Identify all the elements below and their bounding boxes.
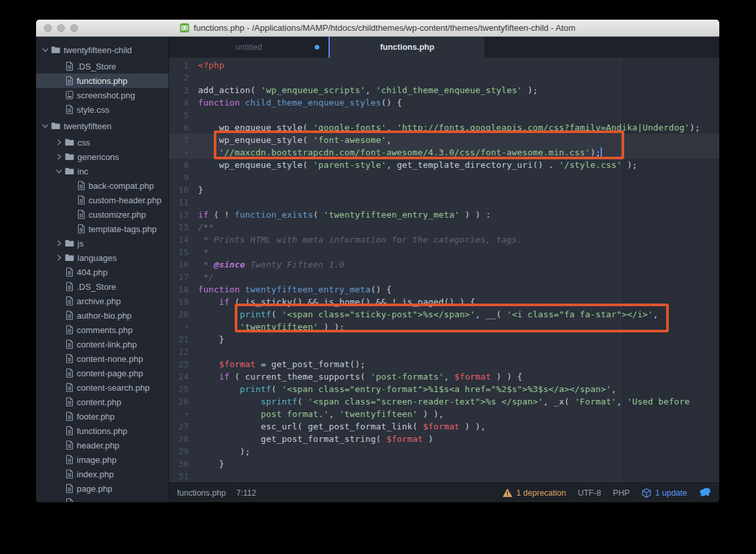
code-line-12[interactable]: 12if ( ! function_exists( 'twentyfifteen…	[169, 208, 719, 221]
chevron-down-icon[interactable]	[41, 122, 49, 130]
tree-folder-inc[interactable]: inc	[36, 164, 169, 178]
tree-file-content.php[interactable]: content.php	[36, 395, 169, 409]
chevron-right-icon[interactable]	[55, 153, 63, 161]
code-line-21[interactable]: 21 }	[169, 333, 719, 346]
zoom-window-button[interactable]	[70, 24, 78, 32]
code-line-5[interactable]: 5	[169, 109, 719, 121]
tree-folder-languages[interactable]: languages	[36, 250, 169, 265]
chevron-down-icon[interactable]	[55, 167, 63, 175]
tree-file-page.php[interactable]: page.php	[36, 481, 169, 496]
chevron-right-icon[interactable]	[55, 138, 63, 146]
code-line-9[interactable]: 9	[169, 171, 719, 184]
code-line-6[interactable]: 6 wp_enqueue_style( 'google-fonts', 'htt…	[169, 121, 719, 134]
tree-folder-css[interactable]: css	[36, 135, 169, 149]
package-updates-status[interactable]: 1 update	[641, 488, 687, 498]
chevron-down-icon[interactable]	[41, 46, 49, 54]
tree-file-author-bio.php[interactable]: author-bio.php	[36, 308, 169, 323]
code-line-8[interactable]: 8 wp_enqueue_style( 'parent-style', get_…	[169, 159, 719, 171]
code-line-16[interactable]: 16 * @since Twenty Fifteen 1.0	[169, 258, 719, 271]
code-text: wp_enqueue_style( 'parent-style', get_te…	[198, 159, 719, 171]
tree-file-functions.php[interactable]: functions.php	[36, 424, 169, 438]
code-text: $format = get_post_format();	[198, 358, 719, 370]
tree-file-screenshot.png[interactable]: screenshot.png	[36, 88, 169, 102]
tree-view[interactable]: twentyfifteen-child.DS_Storefunctions.ph…	[36, 37, 169, 502]
tree-file-index.php[interactable]: index.php	[36, 467, 169, 481]
gutter-line-number: 10	[169, 184, 189, 196]
code-text: if ( ! function_exists( 'twentyfifteen_e…	[198, 208, 719, 221]
tree-file-content-page.php[interactable]: content-page.php	[36, 366, 169, 380]
chevron-right-icon[interactable]	[55, 254, 63, 262]
code-line-4[interactable]: 4function child_theme_enqueue_styles() {	[169, 96, 719, 109]
tree-file-style.css[interactable]: style.css	[36, 102, 169, 117]
code-line-1[interactable]: 1<?php	[169, 59, 719, 71]
code-text: sprintf( '<span class="screen-reader-tex…	[198, 395, 719, 408]
tab-untitled[interactable]: untitled	[169, 37, 328, 58]
code-line-19[interactable]: 19 if ( is_sticky() && is_home() && ! is…	[169, 296, 719, 308]
code-line-14[interactable]: 14 * Prints HTML with meta information f…	[169, 233, 719, 246]
tree-file-template-tags.php[interactable]: template-tags.php	[36, 222, 169, 236]
tree-file-content-none.php[interactable]: content-none.php	[36, 351, 169, 366]
code-line-10[interactable]: 10}	[169, 184, 719, 196]
squirrel-icon[interactable]	[699, 487, 711, 498]
code-text	[198, 71, 719, 84]
code-line-18[interactable]: 18function twentyfifteen_entry_meta() {	[169, 283, 719, 296]
code-line-wrap[interactable]: • post format.', 'twentyfifteen' ) ),	[169, 408, 719, 420]
code-line-23[interactable]: 23 $format = get_post_format();	[169, 358, 719, 370]
code-line-3[interactable]: 3add_action( 'wp_enqueue_scripts', 'chil…	[169, 84, 719, 96]
code-line-wrap[interactable]: • 'twentyfifteen' ) );	[169, 321, 719, 333]
file-icon	[66, 354, 73, 363]
tree-file-image.php[interactable]: image.php	[36, 452, 169, 467]
tree-file-functions.php[interactable]: functions.php	[36, 73, 169, 88]
gutter-line-number: 7	[169, 134, 189, 146]
grammar-selector[interactable]: PHP	[613, 488, 630, 498]
tree-folder-twentyfifteen-child[interactable]: twentyfifteen-child	[36, 41, 169, 59]
code-line-31[interactable]: 31	[169, 470, 719, 483]
code-line-20[interactable]: 20 printf( '<span class="sticky-post">%s…	[169, 308, 719, 321]
code-line-2[interactable]: 2	[169, 71, 719, 84]
tree-file-custom-header.php[interactable]: custom-header.php	[36, 193, 169, 207]
code-line-28[interactable]: 28 get_post_format_string( $format )	[169, 433, 719, 445]
code-line-wrap[interactable]: • '//maxcdn.bootstrapcdn.com/font-awesom…	[169, 146, 719, 159]
minimize-window-button[interactable]	[57, 24, 65, 32]
tree-file-404.php[interactable]: 404.php	[36, 265, 169, 279]
code-line-7[interactable]: 7 wp_enqueue_style( 'font-awesome',	[169, 134, 719, 146]
tree-file-content-link.php[interactable]: content-link.php	[36, 337, 169, 351]
folder-icon	[51, 46, 60, 54]
code-line-29[interactable]: 29 );	[169, 445, 719, 458]
tree-file-back-compat.php[interactable]: back-compat.php	[36, 178, 169, 193]
tree-file-.DS_Store[interactable]: .DS_Store	[36, 279, 169, 294]
code-line-26[interactable]: 26 sprintf( '<span class="screen-reader-…	[169, 395, 719, 408]
tab-functions.php[interactable]: functions.php	[328, 37, 485, 58]
tree-file-comments.php[interactable]: comments.php	[36, 323, 169, 337]
chevron-right-icon[interactable]	[55, 239, 63, 247]
tree-file-header.php[interactable]: header.php	[36, 438, 169, 452]
deprecation-status[interactable]: 1 deprecation	[502, 488, 566, 498]
code-line-13[interactable]: 13/**	[169, 221, 719, 233]
tree-file-archive.php[interactable]: archive.php	[36, 294, 169, 308]
tree-file-.DS_Store[interactable]: .DS_Store	[36, 59, 169, 73]
tree-file-content-search.php[interactable]: content-search.php	[36, 380, 169, 395]
code-text	[198, 171, 719, 184]
modified-indicator-dot[interactable]	[315, 45, 319, 50]
code-line-11[interactable]: 11	[169, 196, 719, 208]
tree-folder-js[interactable]: js	[36, 236, 169, 250]
statusbar-cursor-position[interactable]: 7:112	[236, 488, 256, 498]
tree-file-footer.php[interactable]: footer.php	[36, 409, 169, 424]
tree-folder-genericons[interactable]: genericons	[36, 149, 169, 164]
code-text: */	[198, 271, 719, 283]
code-line-30[interactable]: 30 }	[169, 458, 719, 470]
code-line-24[interactable]: 24 if ( current_theme_supports( 'post-fo…	[169, 370, 719, 383]
close-window-button[interactable]	[44, 24, 52, 32]
tree-file-clipped[interactable]	[36, 496, 169, 502]
code-line-25[interactable]: 25 printf( '<span class="entry-format">%…	[169, 383, 719, 395]
code-line-27[interactable]: 27 esc_url( get_post_format_link( $forma…	[169, 420, 719, 433]
tree-folder-twentyfifteen[interactable]: twentyfifteen	[36, 117, 169, 135]
code-line-17[interactable]: 17 */	[169, 271, 719, 283]
code-text: function twentyfifteen_entry_meta() {	[198, 283, 719, 296]
code-line-22[interactable]: 22	[169, 346, 719, 358]
editor-pane[interactable]: 1<?php23add_action( 'wp_enqueue_scripts'…	[169, 58, 719, 483]
tree-file-customizer.php[interactable]: customizer.php	[36, 207, 169, 222]
encoding-selector[interactable]: UTF-8	[578, 488, 601, 498]
code-line-15[interactable]: 15 *	[169, 246, 719, 258]
code-text: if ( is_sticky() && is_home() && ! is_pa…	[198, 296, 719, 308]
